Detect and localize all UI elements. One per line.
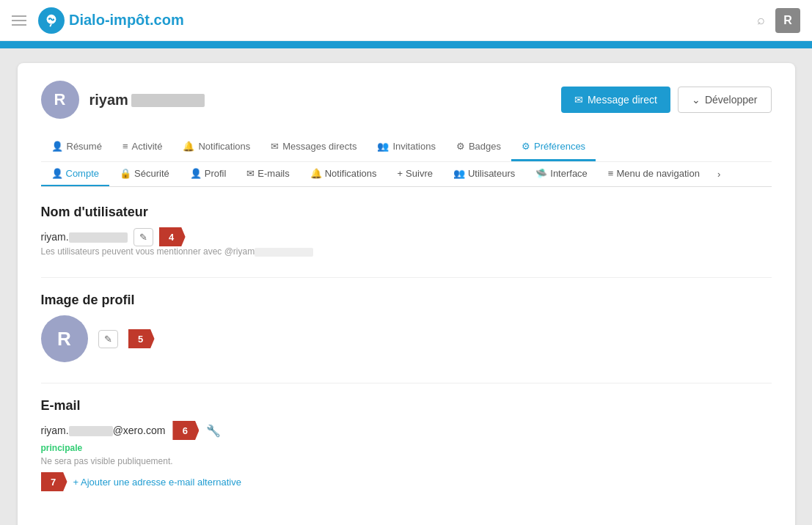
add-email-text: Ajouter une adresse e-mail alternative [81, 477, 241, 488]
monitor-icon: 🛸 [535, 168, 547, 179]
envelope-icon: ✉ [271, 141, 279, 152]
person-icon-profil: 👤 [190, 168, 202, 179]
badge-icon: ⚙ [456, 141, 465, 152]
step-badge-5: 5 [128, 329, 155, 348]
person-icon-sub: 👤 [51, 168, 63, 179]
bell-icon-sub: 🔔 [310, 168, 322, 179]
add-email-row: 7 + Ajouter une adresse e-mail alternati… [41, 472, 772, 491]
email-prefix: riyam. [41, 425, 69, 436]
top-navigation: Dialo-impôt.com ⌕ R [0, 0, 812, 41]
email-not-visible-text: Ne sera pas visible publiquement. [41, 456, 772, 466]
envelope-icon-sub: ✉ [246, 168, 255, 179]
username-row: riyam. ✎ 4 [41, 227, 772, 246]
username-edit-button[interactable]: ✎ [133, 228, 153, 246]
subtab-utilisateurs-label: Utilisateurs [468, 168, 515, 179]
email-section-title: E-mail [41, 398, 772, 414]
username-value-blur [69, 232, 128, 243]
add-email-link[interactable]: + Ajouter une adresse e-mail alternative [73, 477, 241, 488]
tab-preferences[interactable]: ⚙ Préférences [511, 133, 596, 161]
email-value: riyam.@xero.com [41, 425, 166, 436]
subtab-utilisateurs[interactable]: 👥 Utilisateurs [443, 162, 525, 186]
developper-button[interactable]: ⌄ Développer [678, 87, 772, 113]
profile-image-row: R ✎ 5 [41, 315, 772, 362]
main-tabs: 👤 Résumé ≡ Activité 🔔 Notifications ✉ Me… [41, 133, 772, 162]
divider-1 [41, 277, 772, 278]
subtab-more[interactable]: › [710, 162, 728, 186]
menu-icon: ≡ [608, 168, 614, 179]
tab-invitations-label: Invitations [392, 141, 436, 152]
avatar[interactable]: R [775, 8, 800, 33]
username-hint: Les utilisateurs peuvent vous mentionner… [41, 246, 772, 257]
tab-badges[interactable]: ⚙ Badges [446, 133, 511, 161]
tab-invitations[interactable]: 👥 Invitations [367, 133, 446, 161]
step-number-5: 5 [138, 334, 143, 345]
step-badge-7: 7 [41, 472, 67, 491]
message-direct-label: Message direct [588, 94, 657, 106]
hint-prefix: Les utilisateurs peuvent vous mentionner… [41, 246, 255, 257]
developper-label: Développer [705, 94, 758, 106]
subtab-interface[interactable]: 🛸 Interface [525, 162, 598, 186]
step-badge-6: 6 [172, 421, 199, 440]
subtab-compte[interactable]: 👤 Compte [41, 162, 110, 186]
logo[interactable]: Dialo-impôt.com [38, 7, 184, 34]
person-icon: 👤 [51, 141, 63, 152]
step-number-4: 4 [169, 232, 174, 243]
profile-image-edit-button[interactable]: ✎ [98, 330, 118, 348]
tab-notifications[interactable]: 🔔 Notifications [172, 133, 260, 161]
username-section: Nom d'utilisateur riyam. ✎ 4 Les utilisa… [41, 205, 772, 257]
envelope-icon: ✉ [574, 94, 583, 106]
profile-image-section: Image de profil R ✎ 5 [41, 293, 772, 362]
subtab-notifications[interactable]: 🔔 Notifications [300, 162, 387, 186]
svg-point-2 [51, 18, 52, 20]
logo-icon [43, 12, 59, 29]
sub-tabs: 👤 Compte 🔒 Sécurité 👤 Profil ✉ E-mails 🔔… [41, 162, 772, 187]
subtab-profil[interactable]: 👤 Profil [180, 162, 237, 186]
tab-activite[interactable]: ≡ Activité [112, 133, 173, 161]
subtab-securite[interactable]: 🔒 Sécurité [109, 162, 180, 186]
message-direct-button[interactable]: ✉ Message direct [561, 87, 670, 113]
main-container: R riyam ✉ Message direct ⌄ Développer 👤 … [18, 63, 795, 525]
divider-2 [41, 383, 772, 383]
logo-bubble [38, 7, 65, 34]
cog-icon: ⚙ [522, 141, 530, 152]
hamburger-menu[interactable] [12, 15, 26, 26]
email-section: E-mail riyam.@xero.com 6 🔧 principale Ne… [41, 398, 772, 491]
subtab-suivre-label: Suivre [406, 168, 433, 179]
search-icon[interactable]: ⌕ [757, 12, 765, 28]
tab-resume-label: Résumé [67, 141, 102, 152]
chevron-down-icon: ⌄ [692, 94, 701, 106]
subtab-notifications-label: Notifications [325, 168, 377, 179]
email-badge-principale: principale [41, 443, 772, 453]
subtab-emails[interactable]: ✉ E-mails [236, 162, 299, 186]
tab-badges-label: Badges [469, 141, 501, 152]
username-value: riyam. [41, 231, 128, 243]
profile-header: R riyam ✉ Message direct ⌄ Développer [41, 81, 772, 119]
username-prefix: riyam [89, 92, 128, 108]
username-blur [131, 94, 205, 107]
username-value-prefix: riyam. [41, 231, 69, 243]
subtab-menu-label: Menu de navigation [616, 168, 699, 179]
profile-image-title: Image de profil [41, 293, 772, 308]
tab-notifications-label: Notifications [198, 141, 250, 152]
svg-point-1 [48, 18, 50, 20]
tab-activite-label: Activité [132, 141, 163, 152]
profile-username-area: riyam [89, 92, 205, 109]
tab-resume[interactable]: 👤 Résumé [41, 133, 112, 161]
step-number-7: 7 [51, 477, 56, 488]
tab-messages-directs[interactable]: ✉ Messages directs [260, 133, 367, 161]
logo-text: Dialo-impôt.com [69, 12, 184, 29]
plus-icon-email: + [73, 477, 79, 488]
topnav-right: ⌕ R [757, 8, 800, 33]
wrench-icon[interactable]: 🔧 [206, 424, 221, 438]
profile-avatar: R [41, 81, 79, 119]
email-suffix: @xero.com [113, 425, 166, 436]
svg-point-3 [53, 18, 54, 20]
profile-username: riyam [89, 92, 205, 108]
step-badge-4: 4 [159, 227, 186, 246]
subtab-profil-label: Profil [205, 168, 227, 179]
subtab-menu-navigation[interactable]: ≡ Menu de navigation [598, 162, 710, 186]
subtab-suivre[interactable]: + Suivre [387, 162, 443, 186]
group-icon: 👥 [453, 168, 465, 179]
lock-icon: 🔒 [120, 168, 131, 179]
profile-img-preview: R [41, 315, 88, 362]
